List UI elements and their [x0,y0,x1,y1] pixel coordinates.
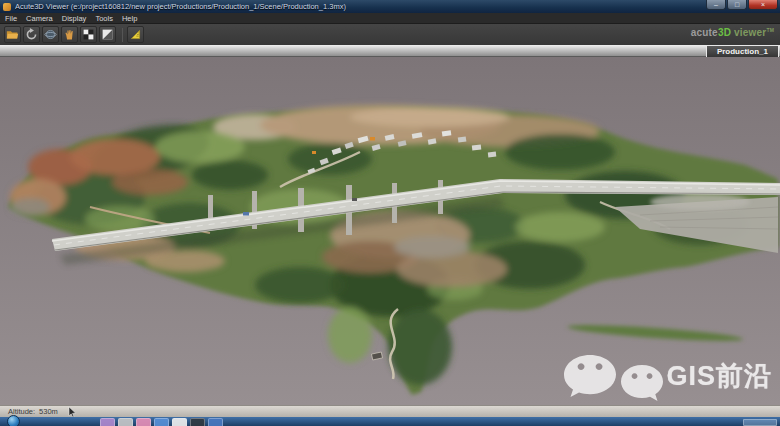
taskbar-app-icon[interactable] [190,418,205,426]
3d-model-viewport[interactable]: GIS前沿 [0,57,780,405]
taskbar-app-icon[interactable] [172,418,187,426]
minimize-button[interactable]: – [706,0,726,10]
altitude-value: 530m [39,407,58,416]
maximize-button[interactable]: □ [727,0,747,10]
terrain-mesh-render [0,57,780,405]
menu-display[interactable]: Display [62,14,87,23]
acute3d-brand-logo: acute3D viewerTM [691,27,774,38]
menu-help[interactable]: Help [122,14,137,23]
toolbar-separator [122,28,123,42]
menu-file[interactable]: File [5,14,17,23]
acute3d-viewer-window: Acute3D Viewer (e:/project160812/new pro… [0,0,780,426]
open-folder-icon[interactable] [4,26,21,43]
toolbar: acute3D viewerTM [0,24,780,45]
close-button[interactable]: × [748,0,778,10]
system-tray[interactable] [743,419,777,426]
taskbar-app-icon[interactable] [136,418,151,426]
status-bar: Altitude: 530m [0,405,780,417]
start-button[interactable] [7,415,20,426]
tab-production-1[interactable]: Production_1 [706,45,779,57]
app-icon [3,3,11,11]
menu-camera[interactable]: Camera [26,14,53,23]
reset-view-icon[interactable] [23,26,40,43]
measure-icon[interactable] [127,26,144,43]
menu-bar: File Camera Display Tools Help [0,13,780,24]
taskbar-app-icon[interactable] [118,418,133,426]
windows-taskbar [0,417,780,426]
background-toggle-icon[interactable] [99,26,116,43]
taskbar-app-icon[interactable] [154,418,169,426]
window-title: Acute3D Viewer (e:/project160812/new pro… [15,2,346,11]
render-quality-icon[interactable] [80,26,97,43]
taskbar-app-icon[interactable] [208,418,223,426]
titlebar: Acute3D Viewer (e:/project160812/new pro… [0,0,780,13]
cursor-icon [68,407,77,417]
orbit-icon[interactable] [42,26,59,43]
menu-tools[interactable]: Tools [95,14,113,23]
pan-hand-icon[interactable] [61,26,78,43]
tab-strip: Production_1 [0,45,780,57]
taskbar-app-icon[interactable] [100,418,115,426]
